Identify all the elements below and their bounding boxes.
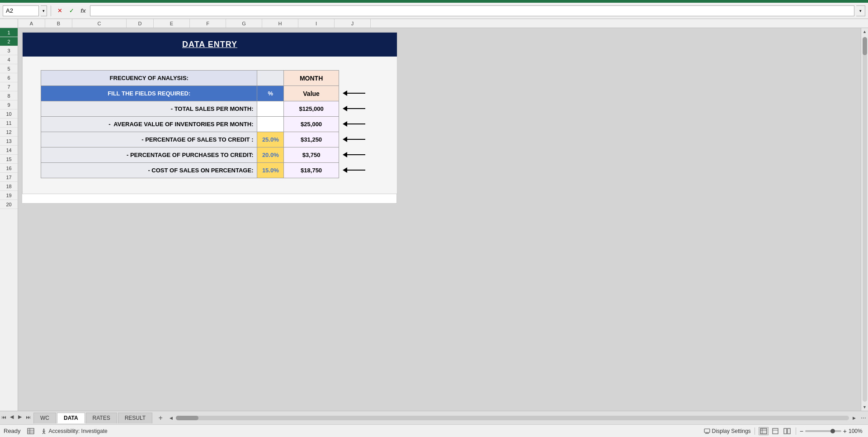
- row-number-column: 1 2 3 4 5 6 7 8 9 10 11 12 13 14 15 16 1…: [0, 28, 18, 411]
- row-4-label: - PERCENTAGE OF PURCHASES TO CREDIT:: [41, 147, 257, 163]
- horizontal-scrollbar[interactable]: ◀ ▶: [168, 415, 857, 421]
- col-header-a[interactable]: A: [18, 19, 45, 28]
- fx-icon[interactable]: fx: [78, 7, 88, 14]
- row-4-pct[interactable]: 20.0%: [257, 147, 284, 163]
- h-scroll-track[interactable]: [176, 416, 849, 420]
- next-sheet-arrow[interactable]: ▶: [16, 413, 24, 421]
- row-num-16[interactable]: 16: [0, 164, 18, 173]
- row-num-15[interactable]: 15: [0, 155, 18, 164]
- arrow-line-pct-sales: [347, 139, 365, 140]
- row-num-12[interactable]: 12: [0, 128, 18, 137]
- scroll-right-button[interactable]: ▶: [851, 415, 857, 421]
- zoom-controls: − + 100%: [800, 428, 864, 435]
- row-num-2[interactable]: 2: [0, 37, 18, 46]
- row-num-4[interactable]: 4: [0, 55, 18, 64]
- arrowhead-avg: [343, 121, 347, 127]
- row-1-value[interactable]: $125,000: [284, 101, 339, 117]
- row-4-value[interactable]: $3,750: [284, 147, 339, 163]
- row-num-1[interactable]: 1: [0, 28, 18, 37]
- row-num-20[interactable]: 20: [0, 200, 18, 209]
- page-break-view-icon[interactable]: [782, 427, 792, 435]
- row-5-pct[interactable]: 15.0%: [257, 163, 284, 178]
- col-header-f[interactable]: F: [190, 19, 226, 28]
- normal-view-icon[interactable]: [759, 427, 769, 435]
- sheet-tab-result[interactable]: RESULT: [118, 413, 152, 423]
- row-num-19[interactable]: 19: [0, 191, 18, 200]
- row-num-8[interactable]: 8: [0, 91, 18, 100]
- prev-sheet-arrow[interactable]: ◀: [8, 413, 15, 421]
- arrow-line-cost: [347, 170, 365, 171]
- row-num-18[interactable]: 18: [0, 182, 18, 191]
- arrowhead-cost: [343, 167, 347, 173]
- row-num-3[interactable]: 3: [0, 46, 18, 55]
- sheet-tab-rates[interactable]: RATES: [86, 413, 117, 423]
- cell-ref-dropdown[interactable]: ▾: [41, 5, 47, 16]
- col-header-i[interactable]: I: [298, 19, 335, 28]
- row-num-7[interactable]: 7: [0, 82, 18, 91]
- row-num-13[interactable]: 13: [0, 137, 18, 146]
- col-header-e[interactable]: E: [154, 19, 190, 28]
- card-body: FRECUENCY OF ANALYSIS: MONTH: [23, 57, 397, 194]
- col-header-g[interactable]: G: [226, 19, 262, 28]
- arrow-line-avg: [347, 124, 365, 124]
- row-num-14[interactable]: 14: [0, 146, 18, 155]
- row-3-pct[interactable]: 25.0%: [257, 132, 284, 147]
- col-header-h[interactable]: H: [262, 19, 298, 28]
- frequency-value[interactable]: MONTH: [284, 71, 339, 86]
- scroll-thumb-vertical[interactable]: [863, 37, 867, 55]
- col-header-c[interactable]: C: [72, 19, 127, 28]
- h-scroll-thumb[interactable]: [176, 416, 198, 420]
- row-1-pct[interactable]: [257, 101, 284, 117]
- add-sheet-button[interactable]: +: [155, 413, 166, 423]
- context-dots[interactable]: ⋯: [859, 413, 868, 423]
- cancel-formula-icon[interactable]: ✕: [55, 7, 65, 14]
- row-num-5[interactable]: 5: [0, 64, 18, 73]
- formula-expand-icon[interactable]: ▾: [856, 5, 865, 16]
- sheet-tab-wc[interactable]: WC: [33, 413, 56, 423]
- first-sheet-arrow[interactable]: ⏮: [0, 413, 7, 421]
- status-bar: Ready Accessibility: Investigate: [0, 424, 868, 437]
- grid-right: A B C D E F G H I J: [18, 19, 868, 411]
- svg-line-8: [44, 432, 45, 434]
- row-2-value[interactable]: $25,000: [284, 117, 339, 132]
- arrow-shape-sales: [343, 106, 365, 111]
- row-3-value[interactable]: $31,250: [284, 132, 339, 147]
- confirm-formula-icon[interactable]: ✓: [66, 7, 76, 14]
- arrowhead-month: [343, 90, 347, 96]
- cells-surface[interactable]: DATA ENTRY: [18, 28, 861, 411]
- arrow-line-sales: [347, 108, 365, 109]
- last-sheet-arrow[interactable]: ⏭: [24, 413, 32, 421]
- col-header-b[interactable]: B: [45, 19, 72, 28]
- row-5-value[interactable]: $18,750: [284, 163, 339, 178]
- row-num-11[interactable]: 11: [0, 119, 18, 128]
- scroll-track-vertical[interactable]: [863, 37, 867, 402]
- formula-bar-separator: [51, 5, 51, 16]
- scroll-left-button[interactable]: ◀: [168, 415, 174, 421]
- zoom-slider[interactable]: [805, 430, 841, 432]
- page-layout-view-icon[interactable]: [770, 427, 780, 435]
- zoom-thumb[interactable]: [830, 429, 835, 433]
- cell-reference-box[interactable]: A2: [3, 5, 39, 16]
- row-num-17[interactable]: 17: [0, 173, 18, 182]
- display-settings-label: Display Settings: [712, 428, 751, 434]
- sheet-tab-data[interactable]: DATA: [57, 413, 85, 423]
- row-num-6[interactable]: 6: [0, 73, 18, 82]
- accessibility-button[interactable]: Accessibility: Investigate: [41, 428, 108, 434]
- frequency-label-text: FRECUENCY OF ANALYSIS:: [110, 75, 189, 81]
- formula-input[interactable]: [90, 5, 854, 16]
- svg-rect-13: [760, 428, 767, 434]
- zoom-out-button[interactable]: −: [800, 428, 803, 435]
- col-header-d[interactable]: D: [127, 19, 154, 28]
- scroll-down-button[interactable]: ▼: [861, 404, 868, 411]
- zoom-in-button[interactable]: +: [843, 428, 847, 435]
- vertical-scrollbar[interactable]: ▲ ▼: [861, 28, 868, 411]
- page-view-icon[interactable]: [26, 428, 35, 435]
- row-num-10[interactable]: 10: [0, 109, 18, 119]
- row-num-9[interactable]: 9: [0, 100, 18, 109]
- col-header-j[interactable]: J: [335, 19, 371, 28]
- table-header-row-1: FRECUENCY OF ANALYSIS: MONTH: [41, 71, 339, 86]
- display-settings-button[interactable]: Display Settings: [704, 428, 751, 434]
- scroll-up-button[interactable]: ▲: [861, 28, 868, 35]
- sheet-tab-data-label: DATA: [64, 415, 78, 421]
- row-2-pct[interactable]: [257, 117, 284, 132]
